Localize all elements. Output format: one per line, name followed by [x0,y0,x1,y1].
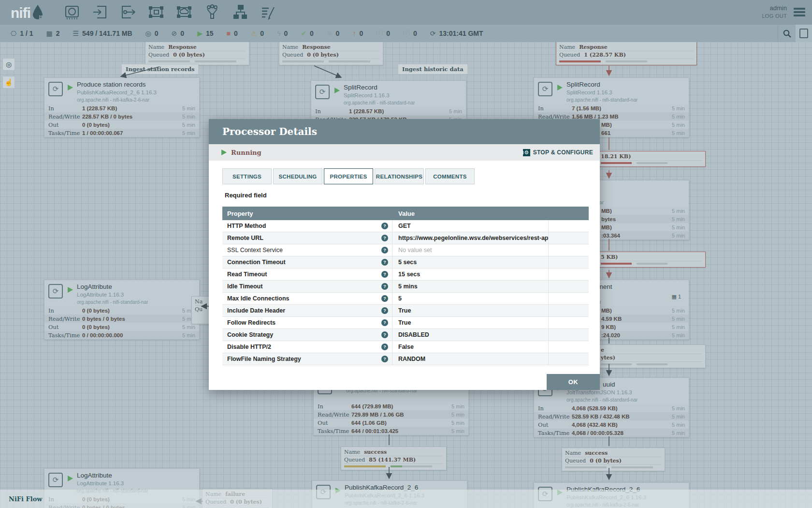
processor-stat-row: Read/Write 228.57 KB / 0 bytes 5 min [44,112,199,120]
property-name-cell: Remote URL ? [222,232,392,244]
processor-type: JoltTransformJSON 1.16.3 [566,389,638,396]
row-spacer [549,220,589,232]
status-icon: ! [376,30,383,37]
stat-label: Out [538,421,572,428]
connection-label-response-1[interactable]: NameResponse Queued0 (0 bytes) [145,42,249,65]
label-value: success [585,450,608,456]
panel-icon [799,29,808,38]
queue-bars [559,60,694,62]
navigate-icon: ◎ [6,60,12,68]
property-name-cell: SSL Context Service ? [222,244,392,256]
ok-button[interactable]: OK [547,374,600,390]
processor-produce-station-records[interactable]: ⟳ Produce station records PublishKafkaRe… [44,77,200,137]
help-icon[interactable]: ? [381,247,388,254]
connection-label-response-3[interactable]: NameResponse Queued1 (228.57 KB) [556,42,697,65]
stat-window: 5 min [182,105,195,111]
connection-label-success-right[interactable]: Namesuccess Queued0 (0 bytes) [562,448,665,471]
processor-tool-icon[interactable] [64,4,80,20]
logout-link[interactable]: LOG OUT [762,12,787,20]
label-key: Qu [195,306,203,313]
stat-window: 5 min [182,114,195,120]
funnel-tool-icon[interactable] [204,4,220,20]
canvas-label-ingest-historic-data[interactable]: Ingest historic data [398,64,468,75]
property-name-cell: Cookie Strategy ? [222,329,392,341]
breadcrumb[interactable]: NiFi Flow [9,495,43,503]
property-value: RANDOM [392,353,549,365]
input-port-tool-icon[interactable] [92,4,108,20]
processor-splitrecord-mid[interactable]: ⟳ SplitRecord SplitRecord 1.16.3 org.apa… [311,80,466,124]
running-icon [557,85,563,90]
help-icon[interactable]: ? [381,223,388,229]
help-icon[interactable]: ? [381,356,388,362]
template-tool-icon[interactable] [232,4,248,20]
help-icon[interactable]: ? [381,259,388,266]
stop-and-configure-button[interactable]: ⚙ STOP & CONFIGURE [523,149,593,156]
label-key: Queued [344,457,365,463]
column-property: Property [222,210,392,217]
row-spacer [549,281,589,292]
flow-status-bar: ⎔ 1 / 1 ▦ 2 ☰ 549 / 141.71 MB ◎ 0 ⊘ 0 ▶ … [0,24,812,42]
output-port-tool-icon[interactable] [120,4,136,20]
stat-window: 5 min [672,114,685,120]
help-icon[interactable]: ? [381,331,388,338]
dialog-tab[interactable]: PROPERTIES [324,168,373,184]
processor-icon: ⟳ [315,85,330,99]
property-name-cell: HTTP Method ? [222,220,392,232]
help-icon[interactable]: ? [381,283,388,290]
stat-window: 5 min [451,412,464,418]
help-icon[interactable]: ? [381,295,388,302]
process-group-tool-icon[interactable] [148,4,164,20]
help-icon[interactable]: ? [381,319,388,326]
stat-label: Tasks/Time [48,130,82,136]
connection-label-success-mid[interactable]: Namesuccess Queued85 (141.37 MB) [341,447,447,470]
remote-process-group-tool-icon[interactable] [176,4,192,20]
property-row: Idle Timeout ? 5 mins [222,281,589,293]
canvas-label-ingest-station-records[interactable]: Ingest station records [121,64,199,75]
refresh-icon[interactable]: ⟳ [430,30,436,37]
help-icon[interactable]: ? [381,307,388,314]
processor-logattribute[interactable]: ⟳ LogAttribute LogAttribute 1.16.3 org.a… [44,280,200,340]
label-value: Response [302,44,331,50]
stat-window: 5 min [672,324,685,330]
processor-title: SplitRecord [344,84,415,91]
navigate-palette-button[interactable]: ◎ [2,58,15,71]
label-tool-icon[interactable] [261,4,276,20]
sync-failure: ! 0 [376,30,390,37]
stat-value: 0 / 00:00:00.000 [82,332,123,338]
status-count: 0 [260,30,264,37]
property-row: Max Idle Connections ? 5 [222,293,589,305]
dialog-header: Processor Details [209,119,600,144]
dialog-tab[interactable]: SETTINGS [222,168,272,184]
active-threads: ▦ 2 [46,30,59,37]
dialog-tab[interactable]: RELATIONSHIPS [375,168,424,184]
search-button[interactable] [778,25,796,42]
connection-label-response-2[interactable]: NameResponse Queued0 (0 bytes) [279,42,383,65]
property-name: FlowFile Naming Strategy [227,356,301,362]
property-row: FlowFile Naming Strategy ? RANDOM [222,353,589,365]
stat-window: 5 min [672,414,685,419]
stat-window: 5 min [182,130,195,136]
stat-label: Tasks/Time [318,428,351,434]
property-name-cell: Follow Redirects ? [222,317,392,329]
stat-value: :24.020 [601,332,620,338]
component-toolbar [64,4,276,20]
user-box: admin LOG OUT [762,4,787,20]
label-value: 0 (0 bytes) [590,458,622,464]
global-menu-icon[interactable] [794,6,805,18]
help-icon[interactable]: ? [381,344,388,350]
property-name-cell: Max Idle Connections ? [222,293,392,304]
status-icon: ✔ [301,30,306,37]
settings-panel-button[interactable] [796,25,812,42]
row-spacer [549,269,589,280]
dialog-tab[interactable]: SCHEDULING [273,168,322,184]
stat-value: bytes [601,216,616,222]
properties-table[interactable]: Property Value HTTP Method ? GET Remote … [222,207,589,365]
dialog-tab[interactable]: COMMENTS [425,168,475,184]
nifi-logo-text: nifi [11,6,30,20]
operate-palette-button[interactable]: ☝ [2,76,15,89]
help-icon[interactable]: ? [381,271,388,278]
properties-table-header: Property Value [222,207,589,220]
stat-window: 5 min [182,332,195,338]
last-refreshed[interactable]: ⟳ 13:01:41 GMT [430,30,483,37]
help-icon[interactable]: ? [381,235,388,241]
